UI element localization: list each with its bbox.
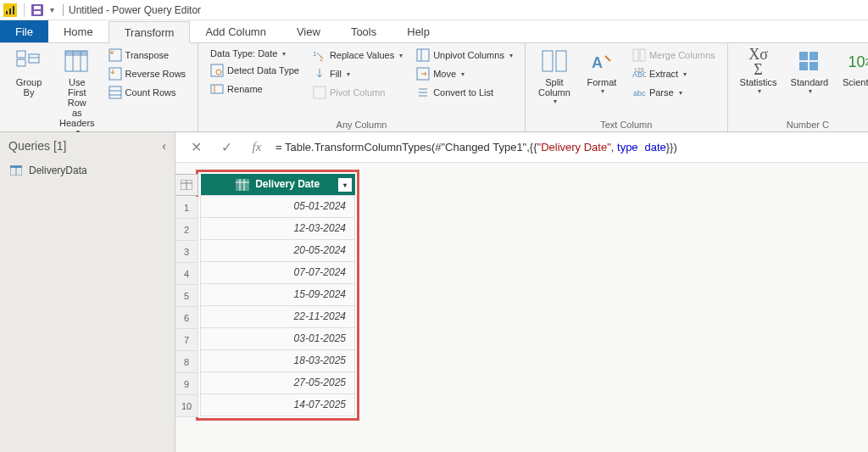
svg-rect-5 <box>34 6 41 9</box>
pivot-column-icon <box>313 86 326 99</box>
formula-cancel-button[interactable]: ✕ <box>184 136 208 159</box>
reverse-rows-button[interactable]: Reverse Rows <box>105 65 190 82</box>
transpose-button[interactable]: Transpose <box>105 47 190 64</box>
tab-home[interactable]: Home <box>48 20 108 42</box>
fill-icon <box>313 67 326 81</box>
ribbon-tabs: File Home Transform Add Column View Tool… <box>0 20 868 43</box>
collapse-pane-icon[interactable]: ‹ <box>162 139 166 153</box>
standard-label: Standard <box>791 77 829 87</box>
data-cell[interactable]: 15-09-2024 <box>201 283 355 305</box>
row-header[interactable]: 9 <box>175 373 198 395</box>
row-header[interactable]: 8 <box>175 351 198 373</box>
scientific-label: Scientifi <box>843 77 868 87</box>
standard-button[interactable]: Standard▾ <box>787 47 832 118</box>
pivot-column-label: Pivot Column <box>330 87 385 98</box>
data-cell[interactable]: 22-11-2024 <box>201 305 355 327</box>
data-cell[interactable]: 14-07-2025 <box>201 393 355 416</box>
grid-corner[interactable] <box>175 174 198 196</box>
row-header[interactable]: 6 <box>175 307 198 329</box>
ribbon-group-text-column: Split Column▾ A Format▾ Merge Columns AB… <box>526 43 728 131</box>
tab-tools[interactable]: Tools <box>336 20 392 42</box>
parse-button[interactable]: abc Parse▾ <box>629 84 719 101</box>
formula-input[interactable]: = Table.TransformColumnTypes(#"Changed T… <box>275 141 860 153</box>
row-header[interactable]: 3 <box>175 241 198 263</box>
unpivot-columns-label: Unpivot Columns <box>433 50 504 60</box>
svg-rect-22 <box>211 85 223 93</box>
detect-data-type-button[interactable]: Detect Data Type <box>207 62 303 79</box>
formula-string: "Delivery Date" <box>537 141 611 153</box>
format-icon: A <box>588 48 615 75</box>
unpivot-columns-button[interactable]: Unpivot Columns▾ <box>413 47 516 64</box>
tab-file[interactable]: File <box>0 20 48 42</box>
fill-button[interactable]: Fill▾ <box>309 65 406 82</box>
detect-data-type-label: Detect Data Type <box>227 65 299 75</box>
column-header-delivery-date[interactable]: Delivery Date ▾ <box>201 174 355 195</box>
replace-values-icon: 12 <box>313 48 326 62</box>
formula-mid: , <box>611 141 617 153</box>
data-cell[interactable]: 07-07-2024 <box>201 261 355 283</box>
parse-label: Parse <box>649 87 674 98</box>
svg-text:1: 1 <box>313 50 317 58</box>
use-first-row-button[interactable]: Use First Row as Headers▾ <box>56 47 98 137</box>
pivot-column-button[interactable]: Pivot Column <box>309 84 406 101</box>
row-header[interactable]: 4 <box>175 263 198 285</box>
row-header[interactable]: 10 <box>175 395 198 417</box>
move-label: Move <box>433 69 456 79</box>
save-icon[interactable] <box>31 4 43 16</box>
data-cell[interactable]: 05-01-2024 <box>201 195 355 217</box>
grid-area: 1 2 3 4 5 6 7 8 9 10 <box>175 163 868 452</box>
ribbon-group-number-column: XσΣ Statistics▾ Standard▾ 102 Scientifi … <box>728 43 868 131</box>
replace-values-button[interactable]: 12 Replace Values▾ <box>309 47 406 64</box>
svg-rect-51 <box>236 179 249 191</box>
formula-commit-button[interactable]: ✓ <box>214 136 238 159</box>
data-cell[interactable]: 27-05-2025 <box>201 371 355 393</box>
convert-to-list-button[interactable]: Convert to List <box>413 84 516 101</box>
formula-kw2: date <box>644 141 665 153</box>
data-cell[interactable]: 20-05-2024 <box>201 239 355 261</box>
column-filter-dropdown[interactable]: ▾ <box>338 178 352 192</box>
tab-transform[interactable]: Transform <box>108 21 191 43</box>
qat-dropdown-icon[interactable]: ▾ <box>50 5 54 14</box>
row-header[interactable]: 7 <box>175 329 198 351</box>
tab-add-column[interactable]: Add Column <box>190 20 281 42</box>
row-header[interactable]: 5 <box>175 285 198 307</box>
data-cell[interactable]: 12-03-2024 <box>201 217 355 239</box>
ribbon: Group By Use First Row as Headers▾ Trans… <box>0 43 868 132</box>
svg-rect-34 <box>556 51 566 71</box>
split-column-icon <box>541 48 568 75</box>
chevron-down-icon: ▾ <box>679 89 682 97</box>
fx-icon[interactable]: fx <box>245 136 269 159</box>
group-by-button[interactable]: Group By <box>8 47 49 137</box>
qat-separator <box>24 3 25 17</box>
rename-button[interactable]: Rename <box>207 81 303 98</box>
main-area: Queries [1] ‹ DeliveryData ✕ ✓ fx = Tabl… <box>0 132 868 452</box>
move-icon <box>416 67 430 81</box>
titlebar-divider <box>63 4 64 16</box>
data-grid: 1 2 3 4 5 6 7 8 9 10 <box>196 170 359 421</box>
chevron-down-icon: ▾ <box>399 52 403 59</box>
data-type-button[interactable]: Data Type: Date▾ <box>207 47 303 60</box>
query-item-deliverydata[interactable]: DeliveryData <box>0 159 175 181</box>
format-button[interactable]: A Format▾ <box>581 47 622 118</box>
scientific-icon: 102 <box>845 48 868 75</box>
move-button[interactable]: Move▾ <box>413 65 516 82</box>
tab-help[interactable]: Help <box>392 20 445 42</box>
data-cell[interactable]: 18-03-2025 <box>201 349 355 371</box>
row-headers: 1 2 3 4 5 6 7 8 9 10 <box>175 197 198 417</box>
ribbon-group-any-column: Data Type: Date▾ Detect Data Type Rename… <box>198 43 526 131</box>
count-rows-button[interactable]: Count Rows <box>105 84 190 101</box>
scientific-button[interactable]: 102 Scientifi <box>838 47 868 118</box>
parse-icon: abc <box>632 86 646 99</box>
chevron-down-icon: ▾ <box>601 87 604 95</box>
row-header[interactable]: 1 <box>175 197 198 219</box>
merge-columns-button[interactable]: Merge Columns <box>629 47 719 64</box>
queries-header: Queries [1] ‹ <box>0 132 175 159</box>
row-header[interactable]: 2 <box>175 219 198 241</box>
tab-view[interactable]: View <box>281 20 336 42</box>
column-header-label: Delivery Date <box>255 178 320 190</box>
statistics-button[interactable]: XσΣ Statistics▾ <box>737 47 781 118</box>
data-cell[interactable]: 03-01-2025 <box>201 327 355 349</box>
formula-bar: ✕ ✓ fx = Table.TransformColumnTypes(#"Ch… <box>175 132 868 163</box>
extract-button[interactable]: ABC123 Extract▾ <box>629 65 719 82</box>
split-column-button[interactable]: Split Column▾ <box>534 47 575 118</box>
